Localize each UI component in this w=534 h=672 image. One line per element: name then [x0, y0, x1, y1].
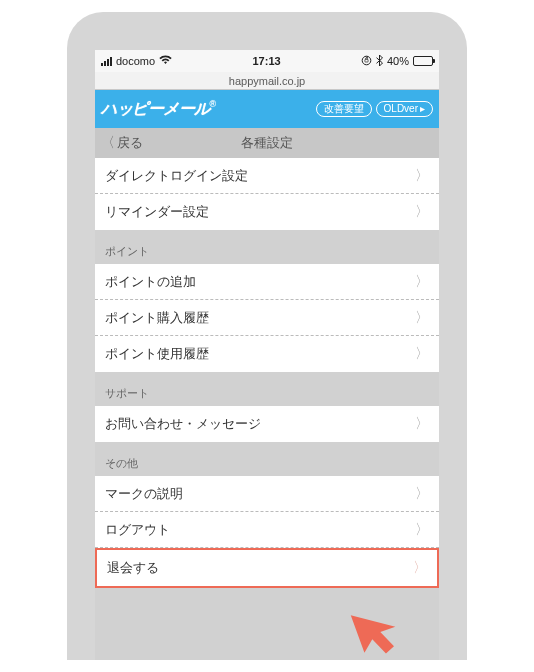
row-withdraw[interactable]: 退会する 〉: [97, 550, 437, 586]
row-point-purchase-history[interactable]: ポイント購入履歴 〉: [95, 300, 439, 336]
row-point-add[interactable]: ポイントの追加 〉: [95, 264, 439, 300]
chevron-right-icon: 〉: [415, 167, 429, 185]
feedback-button[interactable]: 改善要望: [316, 101, 372, 117]
row-label: ダイレクトログイン設定: [105, 167, 248, 185]
row-logout[interactable]: ログアウト 〉: [95, 512, 439, 548]
signal-icon: [101, 57, 112, 66]
chevron-right-icon: 〉: [415, 203, 429, 221]
row-label: ポイント使用履歴: [105, 345, 209, 363]
registered-mark: ®: [210, 99, 216, 109]
chevron-right-icon: 〉: [415, 485, 429, 503]
section-header-points: ポイント: [95, 230, 439, 264]
bluetooth-icon: [376, 55, 383, 68]
wifi-icon: [159, 55, 172, 67]
logo-text: ハッピーメール: [101, 100, 210, 117]
settings-list-support: お問い合わせ・メッセージ 〉: [95, 406, 439, 442]
row-label: マークの説明: [105, 485, 183, 503]
chevron-left-icon: 〈: [101, 134, 115, 152]
row-label: ポイント購入履歴: [105, 309, 209, 327]
ios-status-bar: docomo 17:13 40%: [95, 50, 439, 72]
page-title: 各種設定: [95, 134, 439, 152]
chevron-right-icon: 〉: [413, 559, 427, 577]
back-label: 戻る: [117, 134, 143, 152]
back-button[interactable]: 〈 戻る: [95, 134, 143, 152]
row-marks[interactable]: マークの説明 〉: [95, 476, 439, 512]
url-domain: happymail.co.jp: [229, 75, 305, 87]
browser-url-bar[interactable]: happymail.co.jp: [95, 72, 439, 90]
battery-percent: 40%: [387, 55, 409, 67]
settings-list-points: ポイントの追加 〉 ポイント購入履歴 〉 ポイント使用履歴 〉: [95, 264, 439, 372]
phone-screen: docomo 17:13 40% happymail.co.jp: [95, 50, 439, 660]
row-label: リマインダー設定: [105, 203, 209, 221]
section-header-support: サポート: [95, 372, 439, 406]
row-direct-login[interactable]: ダイレクトログイン設定 〉: [95, 158, 439, 194]
row-point-use-history[interactable]: ポイント使用履歴 〉: [95, 336, 439, 372]
old-version-button[interactable]: OLDver▸: [376, 101, 433, 117]
row-label: 退会する: [107, 559, 159, 577]
section-header-other: その他: [95, 442, 439, 476]
page-nav-bar: 〈 戻る 各種設定: [95, 128, 439, 158]
row-label: ポイントの追加: [105, 273, 196, 291]
chevron-right-icon: 〉: [415, 273, 429, 291]
svg-rect-1: [365, 59, 368, 62]
highlight-withdraw: 退会する 〉: [95, 548, 439, 588]
chevron-right-icon: 〉: [415, 415, 429, 433]
chevron-right-icon: 〉: [415, 309, 429, 327]
device-frame: docomo 17:13 40% happymail.co.jp: [67, 12, 467, 660]
battery-icon: [413, 56, 433, 66]
chevron-right-icon: 〉: [415, 345, 429, 363]
chevron-right-icon: 〉: [415, 521, 429, 539]
row-reminder[interactable]: リマインダー設定 〉: [95, 194, 439, 230]
feedback-button-label: 改善要望: [324, 104, 364, 114]
row-label: お問い合わせ・メッセージ: [105, 415, 261, 433]
orientation-lock-icon: [361, 55, 372, 68]
old-version-label: OLDver: [384, 104, 418, 114]
chevron-right-icon: ▸: [420, 104, 425, 114]
row-contact[interactable]: お問い合わせ・メッセージ 〉: [95, 406, 439, 442]
carrier-label: docomo: [116, 55, 155, 67]
clock: 17:13: [252, 55, 280, 67]
app-header: ハッピーメール® 改善要望 OLDver▸: [95, 90, 439, 128]
row-label: ログアウト: [105, 521, 170, 539]
app-logo[interactable]: ハッピーメール®: [101, 99, 216, 120]
settings-list-other: マークの説明 〉 ログアウト 〉 退会する 〉: [95, 476, 439, 588]
settings-list-login: ダイレクトログイン設定 〉 リマインダー設定 〉: [95, 158, 439, 230]
